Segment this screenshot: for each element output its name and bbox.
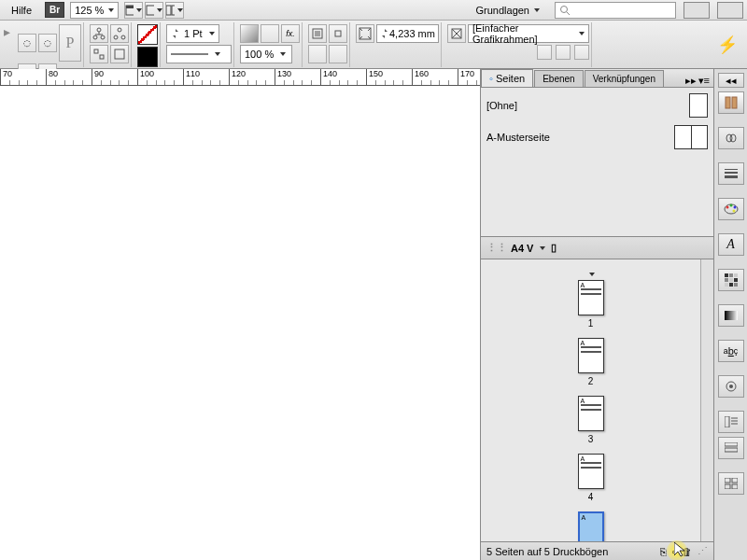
- screen-mode-icon[interactable]: [145, 2, 163, 19]
- view-mode-icon[interactable]: [124, 2, 143, 19]
- panel-status-bar: 5 Seiten auf 5 Druckbögen ⎘ ▫ 🗑 ⋰: [481, 541, 713, 560]
- stroke-weight-select[interactable]: 1 Pt: [166, 24, 219, 43]
- gradient-dock-icon[interactable]: [718, 304, 744, 327]
- svg-rect-45: [734, 283, 738, 287]
- ruler-tick: 70: [0, 69, 12, 86]
- window-minimize-button[interactable]: [684, 2, 710, 19]
- page-number-label: 2: [588, 376, 594, 386]
- object-style-icon[interactable]: [447, 24, 466, 43]
- orientation-icon[interactable]: ▯: [551, 242, 557, 254]
- effects-dock-icon[interactable]: [718, 375, 744, 398]
- small-option-icon[interactable]: [537, 45, 552, 60]
- page-thumbnail[interactable]: A: [578, 338, 604, 373]
- page-thumbnail-item[interactable]: A4: [481, 454, 700, 502]
- horizontal-ruler[interactable]: 708090100110120130140150160170: [0, 69, 480, 86]
- page-thumbnail-item[interactable]: A2: [481, 338, 700, 386]
- view-options-group: [124, 2, 184, 19]
- search-input[interactable]: [555, 2, 676, 19]
- dotted-circle-icon[interactable]: ◌: [18, 34, 36, 52]
- panel-collapse-icon[interactable]: ▸: [4, 24, 10, 39]
- fx-icon[interactable]: fx.: [281, 24, 300, 43]
- hierarchy-icon[interactable]: [110, 45, 129, 63]
- tab-seiten[interactable]: ◦ Seiten: [481, 69, 533, 87]
- page-thumbnail[interactable]: A: [578, 511, 604, 541]
- zoom-level-select[interactable]: 125 %: [70, 2, 119, 19]
- page-size-label: A4 V: [511, 243, 533, 254]
- search-icon: [559, 5, 571, 16]
- object-styles-dock-icon[interactable]: [718, 437, 744, 459]
- color-dock-icon[interactable]: [718, 198, 744, 220]
- window-restore-button[interactable]: [717, 2, 743, 19]
- object-style-select[interactable]: [Einfacher Grafikrahmen]: [468, 24, 589, 43]
- stroke-dock-icon[interactable]: [718, 162, 744, 185]
- hierarchy-icon[interactable]: [90, 24, 108, 43]
- dotted-circle-icon[interactable]: ◌: [38, 34, 57, 52]
- master-a-label[interactable]: A-Musterseite: [486, 132, 550, 143]
- master-thumb-none[interactable]: [689, 93, 708, 118]
- master-none-label[interactable]: [Ohne]: [486, 100, 517, 111]
- links-dock-icon[interactable]: [718, 127, 744, 149]
- hierarchy-icon[interactable]: [90, 45, 108, 63]
- svg-rect-38: [729, 273, 733, 277]
- text-wrap-icon[interactable]: [308, 24, 327, 43]
- glyphs-dock-icon[interactable]: abç: [718, 340, 744, 362]
- pages-list[interactable]: A1A2A3A4A: [481, 259, 700, 541]
- solid-swatch-icon[interactable]: [261, 24, 279, 43]
- swatches-dock-icon[interactable]: [718, 269, 744, 291]
- frame-fit-icon[interactable]: [356, 24, 374, 43]
- frame-size-input[interactable]: 4,233 mm: [376, 24, 439, 43]
- page-thumbnail[interactable]: A: [578, 396, 604, 431]
- page-thumbnail[interactable]: A: [578, 454, 604, 489]
- svg-rect-54: [725, 448, 738, 452]
- paragraph-styles-dock-icon[interactable]: [718, 411, 744, 433]
- scrollbar[interactable]: [700, 259, 713, 541]
- text-wrap-icon[interactable]: [329, 45, 347, 63]
- page-size-bar: ⋮⋮ A4 V ▯: [481, 237, 713, 259]
- pages-dock-icon[interactable]: [718, 91, 744, 114]
- text-wrap-icon[interactable]: [329, 24, 347, 43]
- bridge-button[interactable]: Br: [45, 2, 64, 18]
- grip-icon[interactable]: ⋮⋮: [486, 242, 507, 254]
- svg-point-13: [114, 35, 118, 39]
- text-wrap-icon[interactable]: [308, 45, 327, 63]
- page-thumbnail-item[interactable]: A3: [481, 396, 700, 444]
- quick-apply-icon[interactable]: ⚡: [717, 35, 738, 55]
- frame-style-label: [Einfacher Grafikrahmen]: [472, 22, 575, 45]
- grip-icon[interactable]: ⋰: [698, 545, 708, 557]
- panel-collapse-icon[interactable]: ▸▸: [685, 75, 697, 87]
- menu-help[interactable]: Hilfe: [4, 3, 39, 18]
- fill-swatch[interactable]: [137, 24, 158, 45]
- scale-percent-select[interactable]: 100 %: [240, 45, 292, 63]
- page-thumbnail-item[interactable]: A1: [481, 280, 700, 329]
- chevron-down-icon[interactable]: [540, 246, 545, 250]
- small-option-icon[interactable]: [556, 45, 571, 60]
- stroke-swatch[interactable]: [137, 47, 158, 67]
- small-option-icon[interactable]: [574, 45, 589, 60]
- page-thumbnail[interactable]: A: [578, 280, 604, 315]
- align-dock-icon[interactable]: [718, 472, 744, 495]
- svg-rect-1: [126, 6, 134, 8]
- page-thumbnail-item[interactable]: A: [481, 511, 700, 541]
- svg-rect-3: [166, 6, 171, 15]
- svg-point-33: [726, 206, 728, 209]
- tab-verknuepfungen[interactable]: Verknüpfungen: [585, 70, 664, 87]
- top-menubar: Hilfe Br 125 % Grundlagen: [0, 0, 747, 21]
- arrange-icon[interactable]: [165, 2, 184, 19]
- paragraph-style-icon[interactable]: P: [59, 24, 81, 62]
- master-thumb-a[interactable]: [674, 125, 708, 149]
- svg-rect-55: [725, 478, 730, 483]
- character-dock-icon[interactable]: A: [718, 233, 744, 256]
- svg-rect-39: [734, 273, 738, 277]
- dock-expand-icon[interactable]: ◂◂: [718, 73, 744, 88]
- document-canvas-wrap: 708090100110120130140150160170: [0, 69, 480, 560]
- svg-point-9: [101, 35, 105, 39]
- hierarchy-icon[interactable]: [110, 24, 129, 43]
- svg-rect-41: [729, 278, 733, 282]
- right-dock: ◂◂ A abç: [713, 69, 747, 560]
- document-canvas[interactable]: [0, 86, 480, 560]
- tab-ebenen[interactable]: Ebenen: [534, 70, 583, 87]
- gradient-swatch-icon[interactable]: [240, 24, 259, 43]
- stroke-style-select[interactable]: [166, 45, 232, 63]
- panel-menu-icon[interactable]: ▾≡: [698, 75, 710, 87]
- workspace-select[interactable]: Grundlagen: [471, 3, 546, 18]
